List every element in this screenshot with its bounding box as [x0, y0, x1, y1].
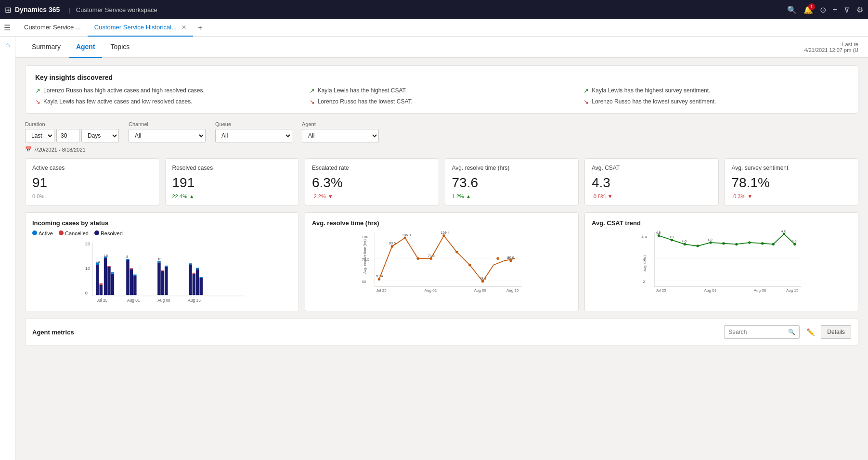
svg-rect-28 — [165, 266, 168, 267]
avg-csat-trend-card: Avg. CSAT trend 4.4 4 2 — [584, 212, 858, 311]
escalated-rate-title: Escalated rate — [312, 165, 432, 171]
csat-dp-7 — [735, 243, 738, 245]
agent-search-box: 🔍 — [724, 325, 800, 339]
csat-dp-6 — [722, 242, 725, 244]
incoming-cases-chart-container: 20 10 0 — [32, 240, 292, 304]
svg-rect-20 — [133, 276, 137, 295]
incoming-cases-bar-chart: 20 10 0 — [32, 240, 292, 303]
svg-rect-26 — [161, 270, 165, 271]
csat-dp-10 — [772, 243, 774, 245]
svg-text:4.4: 4.4 — [642, 235, 648, 239]
insight-item-1: ↗ Lorenzo Russo has high active cases an… — [35, 87, 300, 94]
svg-rect-25 — [161, 271, 165, 295]
bell-icon[interactable]: 🔔 1 — [803, 5, 813, 14]
plus-icon[interactable]: + — [833, 5, 837, 14]
search-icon[interactable]: 🔍 — [787, 5, 797, 14]
avg-csat-arrow: ▼ — [608, 193, 613, 199]
sidebar: ⌂ — [0, 37, 15, 460]
tab-add-button[interactable]: + — [193, 24, 207, 32]
svg-rect-6 — [100, 285, 103, 295]
svg-text:2: 2 — [643, 280, 645, 284]
csat-dp-9 — [761, 242, 764, 244]
tab-customer-service[interactable]: Customer Service ... — [17, 19, 88, 37]
svg-rect-18 — [130, 269, 133, 295]
nav-icons-group: 🔍 🔔 1 ⊙ + ⊽ ⚙ — [787, 5, 863, 14]
csat-dp-4 — [697, 245, 699, 247]
incoming-cases-legend: Active Cancelled Resolved — [32, 230, 292, 236]
svg-rect-33 — [193, 273, 196, 274]
svg-text:106.0: 106.0 — [402, 233, 411, 237]
metric-resolved-cases: Resolved cases 191 22.4% ▲ — [165, 158, 299, 205]
edit-columns-button[interactable]: ✏️ — [803, 325, 817, 339]
svg-rect-14 — [111, 274, 115, 295]
tab-topics[interactable]: Topics — [104, 37, 137, 58]
duration-filter: Duration Last This Days Weeks Months — [25, 121, 119, 142]
resolved-cases-value: 191 — [172, 175, 292, 191]
duration-prefix-select[interactable]: Last This — [25, 129, 54, 142]
gear-icon[interactable]: ⚙ — [856, 5, 863, 14]
svg-text:Aug 08: Aug 08 — [157, 298, 170, 303]
date-range: 📅 7/20/2021 - 8/18/2021 — [25, 146, 858, 153]
avg-survey-change: -0.3% ▼ — [732, 193, 852, 199]
tab-customer-service-historical[interactable]: Customer Service Historical... ✕ — [88, 19, 193, 37]
svg-rect-8 — [100, 283, 103, 285]
insight-item-5: ↗ Kayla Lewis has the highest survey sen… — [583, 87, 848, 94]
agent-select[interactable]: All — [302, 129, 379, 142]
legend-resolved: Resolved — [94, 230, 123, 236]
svg-text:4.0: 4.0 — [682, 240, 687, 243]
active-cases-arrow: — — [46, 193, 52, 199]
svg-rect-15 — [111, 272, 115, 274]
menu-icon[interactable]: ☰ — [4, 23, 11, 32]
channel-select[interactable]: All — [129, 129, 206, 142]
avg-csat-value: 4.3 — [592, 175, 712, 191]
page-header: Summary Agent Topics Last re 4/21/2021 1… — [15, 37, 868, 58]
insight-item-2: ↘ Kayla Lewis has few active cases and l… — [35, 98, 300, 105]
queue-label: Queue — [215, 121, 292, 127]
dp-7 — [455, 251, 458, 253]
tab-close-icon[interactable]: ✕ — [181, 24, 186, 31]
svg-text:14: 14 — [96, 260, 100, 264]
svg-text:8: 8 — [126, 255, 128, 259]
agent-metrics-controls: 🔍 ✏️ Details — [724, 325, 851, 339]
target-icon[interactable]: ⊙ — [820, 5, 826, 14]
grid-icon[interactable]: ⊞ — [5, 5, 11, 14]
metric-active-cases: Active cases 91 0.0% — — [25, 158, 159, 205]
page-tabs: Summary Agent Topics — [25, 37, 136, 58]
resolved-cases-change: 22.4% ▲ — [172, 193, 292, 199]
tab-agent[interactable]: Agent — [69, 37, 102, 58]
app-name: Dynamics 365 — [15, 6, 60, 13]
avg-csat-change: -0.8% ▼ — [592, 193, 712, 199]
duration-unit-select[interactable]: Days Weeks Months — [81, 129, 119, 142]
dp-8 — [468, 264, 471, 266]
metric-avg-resolve-time: Avg. resolve time (hrs) 73.6 1.2% ▲ — [445, 158, 579, 205]
avg-csat-trend-title: Avg. CSAT trend — [592, 219, 851, 227]
queue-select[interactable]: All — [215, 129, 292, 142]
svg-text:Jul 25: Jul 25 — [656, 288, 666, 293]
dp-2 — [391, 245, 393, 247]
svg-text:Avg. resolve time (hrs): Avg. resolve time (hrs) — [363, 239, 367, 273]
metric-avg-survey-sentiment: Avg. survey sentiment 78.1% -0.3% ▼ — [725, 158, 859, 205]
metric-avg-csat: Avg. CSAT 4.3 -0.8% ▼ — [584, 158, 719, 205]
dp-10 — [496, 257, 499, 260]
duration-label: Duration — [25, 121, 119, 127]
avg-survey-value: 78.1% — [732, 175, 852, 191]
details-button[interactable]: Details — [821, 325, 851, 339]
resolved-cases-arrow: ▲ — [189, 193, 194, 199]
avg-csat-chart-container: 4.4 4 2 — [592, 230, 851, 294]
home-icon[interactable]: ⌂ — [5, 40, 10, 49]
svg-rect-10 — [104, 258, 107, 295]
svg-text:3.9: 3.9 — [669, 235, 674, 239]
search-icon: 🔍 — [788, 329, 795, 335]
svg-text:Aug 08: Aug 08 — [754, 288, 766, 293]
channel-label: Channel — [129, 121, 206, 127]
filter-icon[interactable]: ⊽ — [844, 5, 850, 14]
duration-value-input[interactable] — [56, 129, 79, 142]
svg-text:109.4: 109.4 — [441, 231, 450, 235]
avg-resolve-time-change: 1.2% ▲ — [452, 193, 572, 199]
svg-text:93.6: 93.6 — [389, 242, 396, 245]
escalated-rate-change: -2.2% ▼ — [312, 193, 432, 199]
avg-resolve-time-line-chart: 100 74.5 50 — [312, 230, 571, 293]
svg-rect-32 — [193, 274, 196, 295]
agent-search-input[interactable] — [728, 329, 786, 335]
tab-summary[interactable]: Summary — [25, 37, 67, 58]
